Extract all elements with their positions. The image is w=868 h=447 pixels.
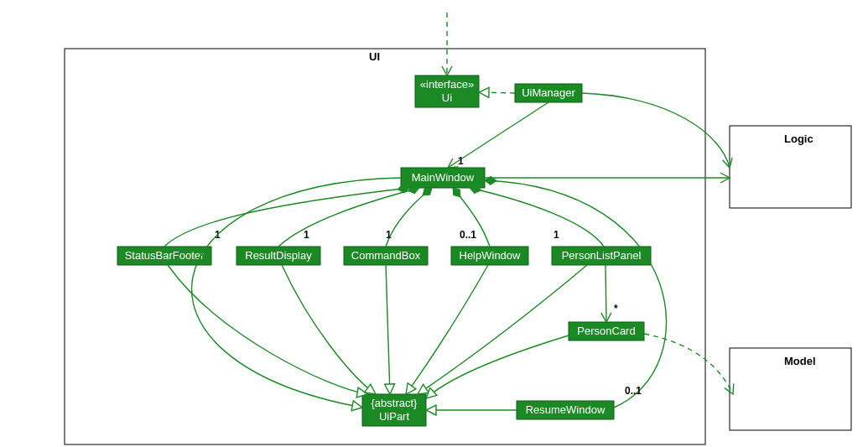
edge-comp-statusbar xyxy=(164,188,409,247)
main-window-label: MainWindow xyxy=(412,171,475,184)
edge-uimanager-realizes-ui xyxy=(479,92,515,93)
edge-comp-commandbox xyxy=(386,188,432,247)
class-ui-part: {abstract} UiPart xyxy=(362,394,426,426)
result-display-label: ResultDisplay xyxy=(245,249,312,262)
class-main-window: MainWindow xyxy=(401,168,485,188)
ui-interface-name: Ui xyxy=(442,91,452,104)
edge-personlist-extends-uipart xyxy=(418,265,587,394)
edge-comp-resultdisplay xyxy=(278,188,419,247)
mult-helpwindow: 0..1 xyxy=(460,229,476,241)
mult-commandbox: 1 xyxy=(386,229,392,241)
edge-comp-resumewindow xyxy=(485,180,667,408)
ui-manager-label: UiManager xyxy=(522,86,575,99)
mult-mainwindow: 1 xyxy=(458,155,464,167)
edge-personlist-to-personcard xyxy=(606,265,606,322)
package-model-label: Model xyxy=(784,355,816,367)
person-card-label: PersonCard xyxy=(577,325,635,337)
package-ui-label: UI xyxy=(369,50,380,63)
edge-uimanager-to-logic xyxy=(582,93,730,168)
ui-part-stereotype: {abstract} xyxy=(372,397,418,409)
command-box-label: CommandBox xyxy=(351,249,421,262)
class-person-card: PersonCard xyxy=(569,322,644,340)
class-ui-manager: UiManager xyxy=(515,84,582,102)
mult-personlist: 1 xyxy=(554,229,559,241)
edge-helpwindow-extends-uipart xyxy=(406,265,488,394)
uml-diagram: UI Logic Model «interface» Ui UiManager … xyxy=(0,0,868,447)
ui-interface-stereotype: «interface» xyxy=(420,78,474,91)
package-logic-label: Logic xyxy=(784,133,813,145)
person-list-panel-label: PersonListPanel xyxy=(562,249,642,262)
status-bar-footer-label: StatusBarFooter xyxy=(125,249,205,262)
class-help-window: HelpWindow xyxy=(451,247,528,265)
class-resume-window: ResumeWindow xyxy=(517,401,614,419)
help-window-label: HelpWindow xyxy=(460,249,522,262)
edge-statusbar-extends-uipart xyxy=(168,265,367,394)
edge-personcard-extends-uipart xyxy=(426,335,569,398)
edge-commandbox-extends-uipart xyxy=(386,265,390,394)
edge-resultdisplay-extends-uipart xyxy=(282,265,376,394)
class-result-display: ResultDisplay xyxy=(236,247,320,265)
resume-window-label: ResumeWindow xyxy=(526,403,606,416)
mult-resultdisplay: 1 xyxy=(304,229,309,241)
mult-personcard: * xyxy=(614,303,618,314)
ui-part-name: UiPart xyxy=(379,410,410,423)
mult-resumewindow: 0..1 xyxy=(625,385,642,397)
class-person-list-panel: PersonListPanel xyxy=(552,247,651,265)
class-ui-interface: «interface» Ui xyxy=(415,75,479,107)
edge-comp-personlist xyxy=(470,188,604,247)
class-command-box: CommandBox xyxy=(344,247,428,265)
